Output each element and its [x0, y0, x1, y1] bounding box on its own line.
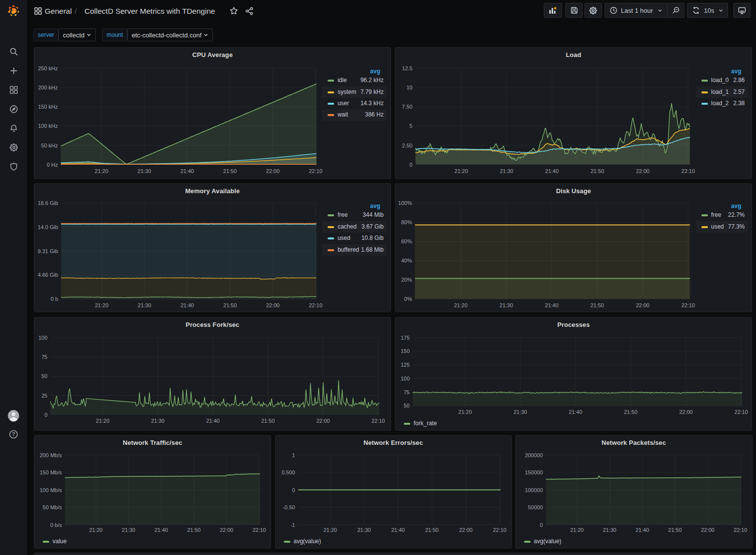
svg-text:?: ? [12, 431, 15, 437]
